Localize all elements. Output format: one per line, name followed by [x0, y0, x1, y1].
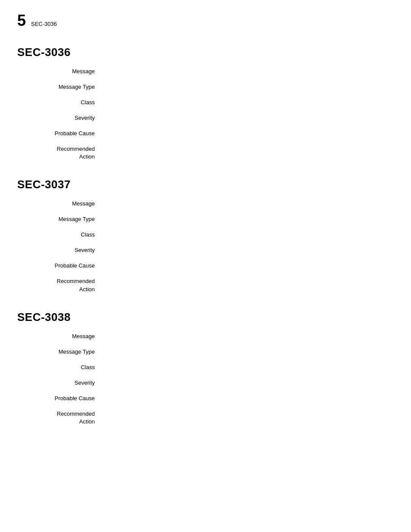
- field-value-sec-3036-1: [103, 83, 394, 93]
- field-value-sec-3038-3: [103, 379, 394, 389]
- field-label-sec-3036-4: Probable Cause: [17, 130, 103, 140]
- field-value-sec-3038-1: [103, 348, 394, 358]
- field-row-sec-3037-3: Severity: [17, 246, 394, 257]
- field-label-sec-3037-1: Message Type: [17, 215, 103, 226]
- field-value-sec-3038-2: [103, 364, 394, 374]
- field-label-sec-3038-5: RecommendedAction: [17, 410, 103, 426]
- page-header: 5 SEC-3036: [17, 13, 394, 28]
- field-label-sec-3038-4: Probable Cause: [17, 395, 103, 405]
- field-value-sec-3038-4: [103, 395, 394, 405]
- field-label-sec-3038-0: Message: [17, 333, 103, 343]
- field-row-sec-3036-1: Message Type: [17, 83, 394, 93]
- field-label-sec-3037-5: RecommendedAction: [17, 277, 103, 293]
- sections-container: SEC-3036MessageMessage TypeClassSeverity…: [17, 46, 394, 426]
- field-row-sec-3037-1: Message Type: [17, 215, 394, 226]
- page-subtitle: SEC-3036: [31, 21, 57, 27]
- field-label-sec-3036-5: RecommendedAction: [17, 145, 103, 161]
- field-row-sec-3036-0: Message: [17, 68, 394, 78]
- field-value-sec-3036-5: [103, 145, 394, 161]
- field-value-sec-3037-3: [103, 246, 394, 257]
- field-label-sec-3036-1: Message Type: [17, 83, 103, 93]
- field-value-sec-3036-2: [103, 99, 394, 109]
- field-row-sec-3038-5: RecommendedAction: [17, 410, 394, 426]
- field-row-sec-3038-3: Severity: [17, 379, 394, 389]
- field-row-sec-3037-5: RecommendedAction: [17, 277, 394, 293]
- field-label-sec-3037-3: Severity: [17, 246, 103, 257]
- field-row-sec-3038-0: Message: [17, 333, 394, 343]
- field-value-sec-3036-3: [103, 114, 394, 124]
- field-row-sec-3038-4: Probable Cause: [17, 395, 394, 405]
- field-row-sec-3037-2: Class: [17, 231, 394, 241]
- field-value-sec-3037-1: [103, 215, 394, 226]
- field-label-sec-3038-2: Class: [17, 364, 103, 374]
- field-label-sec-3036-0: Message: [17, 68, 103, 78]
- section-title-sec-3036: SEC-3036: [17, 46, 394, 59]
- field-row-sec-3036-2: Class: [17, 99, 394, 109]
- field-label-sec-3036-2: Class: [17, 99, 103, 109]
- field-value-sec-3037-2: [103, 231, 394, 241]
- section-sec-3036: SEC-3036MessageMessage TypeClassSeverity…: [17, 46, 394, 161]
- field-label-sec-3037-4: Probable Cause: [17, 262, 103, 272]
- field-value-sec-3036-4: [103, 130, 394, 140]
- field-row-sec-3037-0: Message: [17, 200, 394, 210]
- field-row-sec-3038-1: Message Type: [17, 348, 394, 358]
- field-value-sec-3037-0: [103, 200, 394, 210]
- field-label-sec-3038-3: Severity: [17, 379, 103, 389]
- field-value-sec-3038-0: [103, 333, 394, 343]
- field-row-sec-3037-4: Probable Cause: [17, 262, 394, 272]
- field-value-sec-3037-5: [103, 277, 394, 293]
- field-label-sec-3036-3: Severity: [17, 114, 103, 124]
- field-value-sec-3036-0: [103, 68, 394, 78]
- field-value-sec-3038-5: [103, 410, 394, 426]
- field-label-sec-3037-0: Message: [17, 200, 103, 210]
- section-title-sec-3038: SEC-3038: [17, 311, 394, 324]
- field-label-sec-3037-2: Class: [17, 231, 103, 241]
- section-sec-3038: SEC-3038MessageMessage TypeClassSeverity…: [17, 311, 394, 426]
- section-title-sec-3037: SEC-3037: [17, 178, 394, 191]
- field-row-sec-3038-2: Class: [17, 364, 394, 374]
- field-row-sec-3036-4: Probable Cause: [17, 130, 394, 140]
- field-row-sec-3036-5: RecommendedAction: [17, 145, 394, 161]
- section-sec-3037: SEC-3037MessageMessage TypeClassSeverity…: [17, 178, 394, 293]
- field-value-sec-3037-4: [103, 262, 394, 272]
- field-label-sec-3038-1: Message Type: [17, 348, 103, 358]
- field-row-sec-3036-3: Severity: [17, 114, 394, 124]
- page-number: 5: [17, 13, 26, 28]
